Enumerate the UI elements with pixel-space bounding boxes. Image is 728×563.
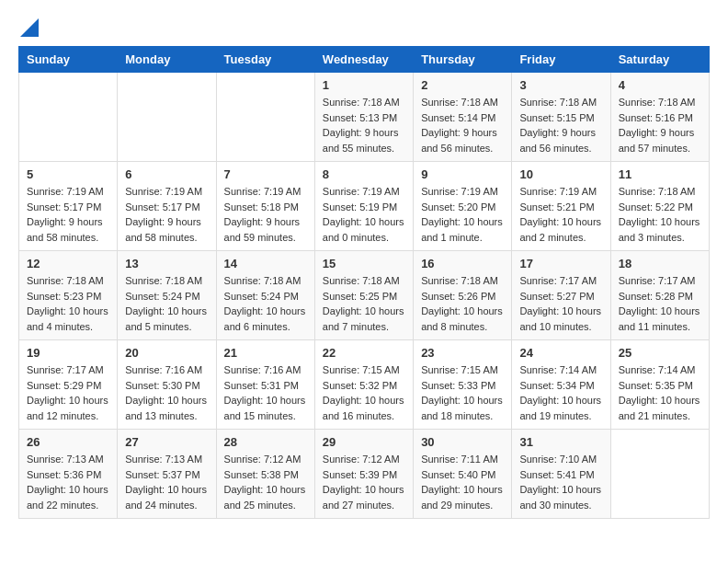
calendar-cell: 28Sunrise: 7:12 AM Sunset: 5:38 PM Dayli… — [216, 430, 314, 519]
day-number: 7 — [224, 167, 307, 181]
day-number: 26 — [27, 435, 109, 449]
calendar-cell: 1Sunrise: 7:18 AM Sunset: 5:13 PM Daylig… — [314, 73, 413, 162]
day-number: 20 — [125, 346, 208, 360]
calendar-cell: 8Sunrise: 7:19 AM Sunset: 5:19 PM Daylig… — [314, 162, 413, 251]
day-number: 28 — [224, 435, 307, 449]
day-number: 31 — [519, 435, 602, 449]
calendar-cell: 18Sunrise: 7:17 AM Sunset: 5:28 PM Dayli… — [610, 251, 709, 340]
svg-marker-0 — [20, 18, 39, 37]
day-info: Sunrise: 7:13 AM Sunset: 5:36 PM Dayligh… — [27, 452, 109, 512]
day-header-sunday: Sunday — [19, 47, 118, 73]
calendar-cell: 5Sunrise: 7:19 AM Sunset: 5:17 PM Daylig… — [19, 162, 118, 251]
day-info: Sunrise: 7:14 AM Sunset: 5:35 PM Dayligh… — [619, 362, 701, 423]
day-info: Sunrise: 7:19 AM Sunset: 5:19 PM Dayligh… — [323, 184, 405, 245]
day-header-monday: Monday — [118, 47, 216, 73]
calendar-cell: 29Sunrise: 7:12 AM Sunset: 5:39 PM Dayli… — [314, 430, 413, 519]
day-info: Sunrise: 7:18 AM Sunset: 5:26 PM Dayligh… — [421, 273, 504, 334]
calendar-cell: 16Sunrise: 7:18 AM Sunset: 5:26 PM Dayli… — [414, 251, 512, 340]
logo-triangle-icon — [20, 18, 39, 37]
day-header-thursday: Thursday — [414, 47, 512, 73]
day-info: Sunrise: 7:19 AM Sunset: 5:20 PM Dayligh… — [421, 184, 504, 245]
day-info: Sunrise: 7:18 AM Sunset: 5:24 PM Dayligh… — [224, 273, 307, 334]
day-header-saturday: Saturday — [610, 47, 709, 73]
day-number: 25 — [619, 346, 701, 360]
day-number: 1 — [323, 78, 405, 92]
calendar-cell: 27Sunrise: 7:13 AM Sunset: 5:37 PM Dayli… — [118, 430, 216, 519]
calendar-cell: 3Sunrise: 7:18 AM Sunset: 5:15 PM Daylig… — [512, 73, 610, 162]
day-number: 17 — [519, 257, 602, 270]
day-number: 23 — [421, 346, 504, 360]
day-info: Sunrise: 7:10 AM Sunset: 5:41 PM Dayligh… — [519, 452, 602, 512]
calendar-cell: 12Sunrise: 7:18 AM Sunset: 5:23 PM Dayli… — [19, 251, 118, 340]
calendar-week-row: 12Sunrise: 7:18 AM Sunset: 5:23 PM Dayli… — [19, 251, 710, 340]
day-info: Sunrise: 7:18 AM Sunset: 5:13 PM Dayligh… — [323, 95, 405, 155]
day-number: 8 — [323, 167, 405, 181]
day-info: Sunrise: 7:12 AM Sunset: 5:38 PM Dayligh… — [224, 452, 307, 512]
page-header — [18, 18, 710, 37]
day-number: 14 — [224, 257, 307, 270]
day-info: Sunrise: 7:18 AM Sunset: 5:24 PM Dayligh… — [125, 273, 208, 334]
day-info: Sunrise: 7:18 AM Sunset: 5:25 PM Dayligh… — [323, 273, 405, 334]
calendar-cell: 26Sunrise: 7:13 AM Sunset: 5:36 PM Dayli… — [19, 430, 118, 519]
calendar-cell: 25Sunrise: 7:14 AM Sunset: 5:35 PM Dayli… — [610, 340, 709, 430]
day-info: Sunrise: 7:11 AM Sunset: 5:40 PM Dayligh… — [421, 452, 504, 512]
day-info: Sunrise: 7:14 AM Sunset: 5:34 PM Dayligh… — [519, 362, 602, 423]
day-number: 24 — [519, 346, 602, 360]
day-number: 10 — [519, 167, 602, 181]
calendar-cell — [19, 73, 118, 162]
calendar-header-row: SundayMondayTuesdayWednesdayThursdayFrid… — [19, 47, 710, 73]
day-number: 13 — [125, 257, 208, 270]
day-number: 19 — [27, 346, 109, 360]
calendar-table: SundayMondayTuesdayWednesdayThursdayFrid… — [18, 46, 710, 519]
day-number: 16 — [421, 257, 504, 270]
day-number: 5 — [27, 167, 109, 181]
calendar-cell: 22Sunrise: 7:15 AM Sunset: 5:32 PM Dayli… — [314, 340, 413, 430]
calendar-cell: 7Sunrise: 7:19 AM Sunset: 5:18 PM Daylig… — [216, 162, 314, 251]
calendar-cell: 15Sunrise: 7:18 AM Sunset: 5:25 PM Dayli… — [314, 251, 413, 340]
calendar-cell: 9Sunrise: 7:19 AM Sunset: 5:20 PM Daylig… — [414, 162, 512, 251]
day-info: Sunrise: 7:12 AM Sunset: 5:39 PM Dayligh… — [323, 452, 405, 512]
calendar-week-row: 19Sunrise: 7:17 AM Sunset: 5:29 PM Dayli… — [19, 340, 710, 430]
day-info: Sunrise: 7:16 AM Sunset: 5:30 PM Dayligh… — [125, 362, 208, 423]
calendar-cell: 23Sunrise: 7:15 AM Sunset: 5:33 PM Dayli… — [414, 340, 512, 430]
day-number: 22 — [323, 346, 405, 360]
day-info: Sunrise: 7:15 AM Sunset: 5:32 PM Dayligh… — [323, 362, 405, 423]
calendar-cell: 2Sunrise: 7:18 AM Sunset: 5:14 PM Daylig… — [414, 73, 512, 162]
day-number: 12 — [27, 257, 109, 270]
day-info: Sunrise: 7:19 AM Sunset: 5:17 PM Dayligh… — [27, 184, 109, 245]
day-info: Sunrise: 7:18 AM Sunset: 5:16 PM Dayligh… — [619, 95, 701, 155]
calendar-week-row: 5Sunrise: 7:19 AM Sunset: 5:17 PM Daylig… — [19, 162, 710, 251]
calendar-week-row: 1Sunrise: 7:18 AM Sunset: 5:13 PM Daylig… — [19, 73, 710, 162]
calendar-cell: 24Sunrise: 7:14 AM Sunset: 5:34 PM Dayli… — [512, 340, 610, 430]
calendar-cell — [216, 73, 314, 162]
day-info: Sunrise: 7:19 AM Sunset: 5:21 PM Dayligh… — [519, 184, 602, 245]
calendar-cell: 31Sunrise: 7:10 AM Sunset: 5:41 PM Dayli… — [512, 430, 610, 519]
calendar-cell — [610, 430, 709, 519]
day-info: Sunrise: 7:18 AM Sunset: 5:14 PM Dayligh… — [421, 95, 504, 155]
day-info: Sunrise: 7:17 AM Sunset: 5:27 PM Dayligh… — [519, 273, 602, 334]
day-number: 4 — [619, 78, 701, 92]
day-number: 30 — [421, 435, 504, 449]
day-number: 29 — [323, 435, 405, 449]
day-header-tuesday: Tuesday — [216, 47, 314, 73]
day-number: 9 — [421, 167, 504, 181]
day-header-wednesday: Wednesday — [314, 47, 413, 73]
day-info: Sunrise: 7:18 AM Sunset: 5:15 PM Dayligh… — [519, 95, 602, 155]
logo — [18, 18, 39, 37]
day-number: 21 — [224, 346, 307, 360]
day-info: Sunrise: 7:19 AM Sunset: 5:17 PM Dayligh… — [125, 184, 208, 245]
day-info: Sunrise: 7:15 AM Sunset: 5:33 PM Dayligh… — [421, 362, 504, 423]
day-header-friday: Friday — [512, 47, 610, 73]
day-number: 27 — [125, 435, 208, 449]
calendar-cell: 19Sunrise: 7:17 AM Sunset: 5:29 PM Dayli… — [19, 340, 118, 430]
calendar-cell: 13Sunrise: 7:18 AM Sunset: 5:24 PM Dayli… — [118, 251, 216, 340]
calendar-cell: 17Sunrise: 7:17 AM Sunset: 5:27 PM Dayli… — [512, 251, 610, 340]
calendar-cell: 6Sunrise: 7:19 AM Sunset: 5:17 PM Daylig… — [118, 162, 216, 251]
calendar-cell: 20Sunrise: 7:16 AM Sunset: 5:30 PM Dayli… — [118, 340, 216, 430]
day-number: 6 — [125, 167, 208, 181]
day-info: Sunrise: 7:16 AM Sunset: 5:31 PM Dayligh… — [224, 362, 307, 423]
day-info: Sunrise: 7:19 AM Sunset: 5:18 PM Dayligh… — [224, 184, 307, 245]
calendar-cell: 21Sunrise: 7:16 AM Sunset: 5:31 PM Dayli… — [216, 340, 314, 430]
calendar-cell — [118, 73, 216, 162]
day-info: Sunrise: 7:18 AM Sunset: 5:23 PM Dayligh… — [27, 273, 109, 334]
